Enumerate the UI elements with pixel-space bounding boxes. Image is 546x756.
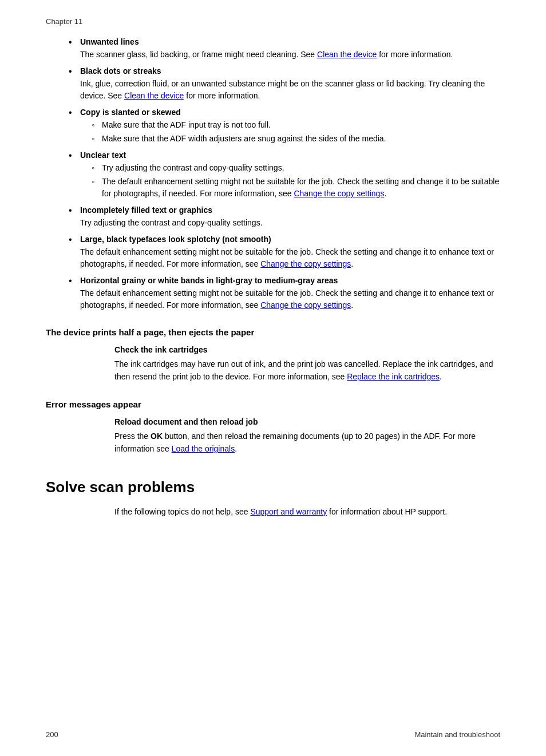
sub-list-item: Make sure that the ADF width adjusters a… bbox=[92, 133, 500, 145]
list-item: Copy is slanted or skewed Make sure that… bbox=[80, 108, 500, 145]
solve-scan-title: Solve scan problems bbox=[46, 478, 500, 496]
clean-device-link-1[interactable]: Clean the device bbox=[317, 50, 377, 59]
section-half-page: The device prints half a page, then ejec… bbox=[46, 327, 500, 383]
item-title: Large, black typefaces look splotchy (no… bbox=[80, 235, 500, 244]
item-title: Incompletely filled text or graphics bbox=[80, 205, 500, 215]
item-body: Ink, glue, correction fluid, or an unwan… bbox=[80, 78, 500, 102]
list-item: Horizontal grainy or white bands in ligh… bbox=[80, 276, 500, 311]
solve-scan-problems-section: Solve scan problems If the following top… bbox=[46, 478, 500, 518]
sub-list-item: Try adjusting the contrast and copy-qual… bbox=[92, 162, 500, 174]
list-item: Large, black typefaces look splotchy (no… bbox=[80, 235, 500, 270]
section-half-page-subheading: Check the ink cartridges bbox=[114, 345, 500, 354]
sub-list-item: Make sure that the ADF input tray is not… bbox=[92, 119, 500, 131]
list-item: Unclear text Try adjusting the contrast … bbox=[80, 151, 500, 200]
chapter-label: Chapter 11 bbox=[46, 17, 500, 26]
item-body: The default enhancement setting might no… bbox=[80, 287, 500, 311]
clean-device-link-2[interactable]: Clean the device bbox=[124, 91, 184, 100]
section-error-heading: Error messages appear bbox=[46, 399, 500, 409]
sub-list: Try adjusting the contrast and copy-qual… bbox=[92, 162, 500, 200]
list-item: Incompletely filled text or graphics Try… bbox=[80, 205, 500, 229]
list-item: Black dots or streaks Ink, glue, correct… bbox=[80, 66, 500, 102]
section-half-page-body: The ink cartridges may have run out of i… bbox=[114, 358, 500, 383]
change-copy-settings-link-3[interactable]: Change the copy settings bbox=[260, 300, 351, 310]
section-error-body: Press the OK button, and then reload the… bbox=[114, 430, 500, 456]
item-title: Unclear text bbox=[80, 151, 500, 160]
replace-ink-link[interactable]: Replace the ink cartridges bbox=[347, 372, 440, 381]
sub-list-item: The default enhancement setting might no… bbox=[92, 176, 500, 200]
sub-list: Make sure that the ADF input tray is not… bbox=[92, 119, 500, 145]
section-error-subheading: Reload document and then reload job bbox=[114, 417, 500, 426]
support-warranty-link[interactable]: Support and warranty bbox=[250, 507, 327, 516]
item-title: Horizontal grainy or white bands in ligh… bbox=[80, 276, 500, 285]
ok-button-label: OK bbox=[151, 432, 163, 441]
bullet-list: Unwanted lines The scanner glass, lid ba… bbox=[80, 37, 500, 311]
footer-text: Maintain and troubleshoot bbox=[414, 730, 500, 739]
item-body: The default enhancement setting might no… bbox=[80, 246, 500, 270]
section-half-page-heading: The device prints half a page, then ejec… bbox=[46, 327, 500, 337]
footer-page-number: 200 bbox=[46, 730, 58, 739]
change-copy-settings-link-2[interactable]: Change the copy settings bbox=[260, 259, 351, 268]
item-title: Copy is slanted or skewed bbox=[80, 108, 500, 117]
load-originals-link[interactable]: Load the originals bbox=[172, 444, 235, 453]
item-body: The scanner glass, lid backing, or frame… bbox=[80, 49, 500, 61]
section-error-messages: Error messages appear Reload document an… bbox=[46, 399, 500, 456]
solve-scan-body: If the following topics do not help, see… bbox=[114, 505, 500, 518]
item-title: Black dots or streaks bbox=[80, 66, 500, 76]
item-title: Unwanted lines bbox=[80, 37, 500, 46]
item-body: Try adjusting the contrast and copy-qual… bbox=[80, 217, 500, 229]
footer: 200 Maintain and troubleshoot bbox=[46, 730, 500, 739]
list-item: Unwanted lines The scanner glass, lid ba… bbox=[80, 37, 500, 61]
change-copy-settings-link-1[interactable]: Change the copy settings bbox=[294, 189, 384, 198]
page: Chapter 11 Unwanted lines The scanner gl… bbox=[0, 0, 546, 756]
